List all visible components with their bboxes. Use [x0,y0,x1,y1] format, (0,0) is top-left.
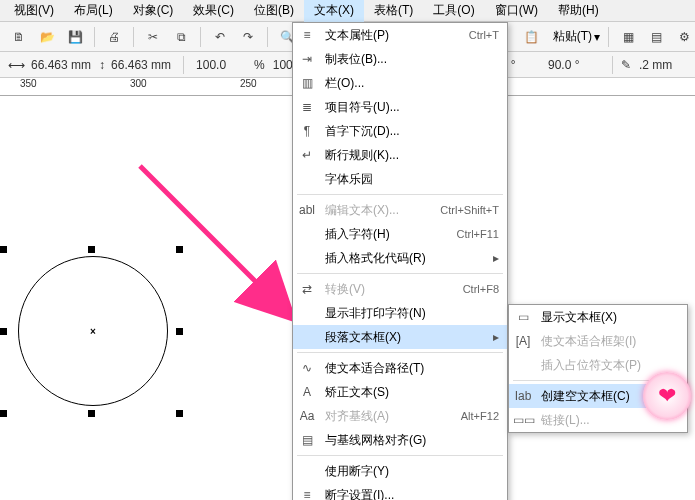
submenu-arrow-icon: ▸ [493,251,499,265]
menu-view[interactable]: 视图(V) [4,0,64,22]
menu-item-icon: ≡ [297,488,317,500]
text-menu-item[interactable]: ≡断字设置(I)... [293,483,507,500]
text-menu-item[interactable]: 插入字符(H)Ctrl+F11 [293,222,507,246]
separator [94,27,95,47]
menu-item-label: 制表位(B)... [325,51,499,68]
text-menu-item[interactable]: 显示非打印字符(N) [293,301,507,325]
text-menu-item[interactable]: 使用断字(Y) [293,459,507,483]
angle-b-field[interactable]: 90.0 ° [544,57,604,73]
selection-handle[interactable] [88,246,95,253]
text-menu-item[interactable]: ▤与基线网格对齐(G) [293,428,507,452]
menu-item-label: 栏(O)... [325,75,499,92]
copy-icon[interactable]: ⧉ [170,26,192,48]
menu-item-icon: Aa [297,409,317,423]
text-menu-item[interactable]: ▥栏(O)... [293,71,507,95]
menu-item-icon: ▭▭ [513,413,533,427]
undo-icon[interactable]: ↶ [209,26,231,48]
selection-handle[interactable] [176,328,183,335]
text-menu-item[interactable]: 段落文本框(X)▸ [293,325,507,349]
menu-item-label: 字体乐园 [325,171,499,188]
align-icon[interactable]: ▦ [617,26,639,48]
menu-item-label: 显示文本框(X) [541,309,679,326]
menu-window[interactable]: 窗口(W) [485,0,548,22]
menu-item-icon: ≡ [297,28,317,42]
selection-handle[interactable] [88,410,95,417]
menu-item-label: 段落文本框(X) [325,329,475,346]
menu-item-label: 使文本适合框架(I) [541,333,679,350]
text-menu-item[interactable]: ⇥制表位(B)... [293,47,507,71]
height-field[interactable]: ↕66.463 mm [99,57,175,73]
paste-button[interactable]: 粘贴(T)▾ [553,28,600,45]
selection-handle[interactable] [0,246,7,253]
separator [133,27,134,47]
text-menu-item[interactable]: A矫正文本(S) [293,380,507,404]
menu-object[interactable]: 对象(C) [123,0,184,22]
menu-item-label: 编辑文本(X)... [325,202,416,219]
menu-table[interactable]: 表格(T) [364,0,423,22]
submenu-arrow-icon: ▸ [493,330,499,344]
menu-item-label: 文本属性(P) [325,27,445,44]
text-menu-item[interactable]: ≡文本属性(P)Ctrl+T [293,23,507,47]
options-icon[interactable]: ⚙ [673,26,695,48]
text-menu-item: Aa对齐基线(A)Alt+F12 [293,404,507,428]
menubar: 视图(V) 布局(L) 对象(C) 效果(C) 位图(B) 文本(X) 表格(T… [0,0,695,22]
text-menu-item[interactable]: ↵断行规则(K)... [293,143,507,167]
selection-handle[interactable] [0,328,7,335]
text-menu-item[interactable]: ¶首字下沉(D)... [293,119,507,143]
menu-item-label: 插入占位符文本(P) [541,357,679,374]
scale-x-field[interactable]: 100.0% [192,57,265,73]
menu-separator [297,352,503,353]
menu-item-label: 插入字符(H) [325,226,433,243]
menu-separator [297,455,503,456]
menu-item-icon: ↵ [297,148,317,162]
selection-handle[interactable] [176,410,183,417]
ruler-tick: 350 [20,78,37,89]
menu-text[interactable]: 文本(X) [304,0,364,22]
redo-icon[interactable]: ↷ [237,26,259,48]
menu-tools[interactable]: 工具(O) [423,0,484,22]
frame-submenu-item[interactable]: ▭显示文本框(X) [509,305,687,329]
menu-item-icon: ⇄ [297,282,317,296]
selection-handle[interactable] [176,246,183,253]
print-icon[interactable]: 🖨 [103,26,125,48]
menu-item-label: 使文本适合路径(T) [325,360,499,377]
line-weight-field[interactable]: .2 mm [635,57,695,73]
ruler-tick: 300 [130,78,147,89]
menu-item-label: 首字下沉(D)... [325,123,499,140]
text-menu-dropdown: ≡文本属性(P)Ctrl+T⇥制表位(B)...▥栏(O)...≣项目符号(U)… [292,22,508,500]
cut-icon[interactable]: ✂ [142,26,164,48]
menu-item-icon: A [297,385,317,399]
width-field[interactable]: ⟷66.463 mm [8,57,95,73]
menu-item-label: 断行规则(K)... [325,147,499,164]
save-icon[interactable]: 💾 [64,26,86,48]
menu-separator [297,194,503,195]
text-menu-item: abl编辑文本(X)...Ctrl+Shift+T [293,198,507,222]
open-icon[interactable]: 📂 [36,26,58,48]
pen-icon[interactable]: ✎ [621,58,631,72]
menu-help[interactable]: 帮助(H) [548,0,609,22]
clipboard-icon[interactable]: 📋 [521,26,543,48]
menu-item-label: 插入格式化代码(R) [325,250,475,267]
text-menu-item[interactable]: ∿使文本适合路径(T) [293,356,507,380]
ruler-tick: 250 [240,78,257,89]
center-marker: × [90,326,96,337]
menu-layout[interactable]: 布局(L) [64,0,123,22]
menu-item-icon: ≣ [297,100,317,114]
grid-icon[interactable]: ▤ [645,26,667,48]
text-menu-item[interactable]: 字体乐园 [293,167,507,191]
frame-submenu-item: [A]使文本适合框架(I) [509,329,687,353]
menu-item-icon: ▭ [513,310,533,324]
menu-item-label: 断字设置(I)... [325,487,499,501]
selection-handle[interactable] [0,410,7,417]
heart-badge-icon[interactable]: ❤ [643,372,691,420]
text-menu-item[interactable]: ≣项目符号(U)... [293,95,507,119]
menu-bitmap[interactable]: 位图(B) [244,0,304,22]
menu-effects[interactable]: 效果(C) [183,0,244,22]
menu-item-label: 矫正文本(S) [325,384,499,401]
new-icon[interactable]: 🗎 [8,26,30,48]
separator [183,56,184,74]
svg-line-0 [140,166,290,316]
separator [608,27,609,47]
menu-item-icon: ▤ [297,433,317,447]
text-menu-item[interactable]: 插入格式化代码(R)▸ [293,246,507,270]
